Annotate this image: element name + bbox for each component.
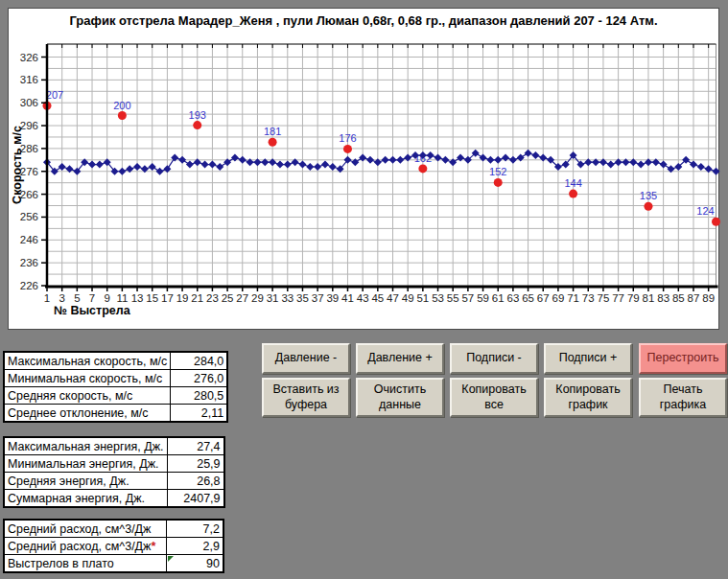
rebuild-button[interactable]: Перестроить bbox=[639, 343, 727, 374]
pressure-point-label: 176 bbox=[339, 132, 356, 144]
copy-chart-button[interactable]: Копировать график bbox=[544, 378, 632, 417]
svg-text:77: 77 bbox=[612, 292, 624, 304]
consumption-stats-table: Средний расход, см^3/Дж7,2Средний расход… bbox=[3, 519, 224, 573]
stat-value: 26,8 bbox=[167, 473, 224, 490]
table-row: Минимальная энергия, Дж.25,9 bbox=[4, 455, 224, 473]
pressure-minus-button[interactable]: Давление - bbox=[262, 343, 350, 374]
svg-text:19: 19 bbox=[176, 292, 189, 304]
stat-label: Максимальная скорость, м/с bbox=[4, 352, 171, 370]
svg-text:306: 306 bbox=[20, 97, 38, 108]
stat-label: Максимальная энергия, Дж. bbox=[4, 437, 167, 455]
svg-text:39: 39 bbox=[326, 292, 339, 304]
stat-label: Средний расход, см^3/Дж* bbox=[4, 538, 167, 555]
svg-text:81: 81 bbox=[643, 292, 655, 304]
pressure-point-label: 200 bbox=[113, 100, 130, 111]
svg-text:5: 5 bbox=[74, 292, 80, 304]
svg-text:17: 17 bbox=[161, 292, 174, 304]
stat-label: Минимальная энергия, Дж. bbox=[4, 455, 167, 473]
svg-text:87: 87 bbox=[688, 292, 700, 304]
energy-stats-table: Максимальная энергия, Дж.27,4Минимальная… bbox=[3, 436, 225, 508]
velocity-stats-table: Максимальная скорость, м/с284,0Минимальн… bbox=[3, 351, 228, 423]
cell-comment-marker bbox=[168, 556, 174, 562]
pressure-dot bbox=[118, 111, 127, 120]
svg-text:89: 89 bbox=[702, 292, 715, 304]
labels-minus-button[interactable]: Подписи - bbox=[450, 343, 538, 374]
svg-text:85: 85 bbox=[672, 292, 685, 304]
table-row: Минимальная скорость, м/с276,0 bbox=[4, 370, 227, 387]
table-row: Среднее отклонение, м/с2,11 bbox=[4, 405, 227, 423]
print-chart-button[interactable]: Печать графика bbox=[639, 378, 727, 417]
svg-text:55: 55 bbox=[447, 292, 459, 304]
stat-value: 90 bbox=[167, 555, 224, 573]
stat-label: Суммарная энергия, Дж. bbox=[4, 490, 167, 508]
stat-label: Выстрелов в плато bbox=[4, 555, 167, 573]
pressure-labels: 207200193181176162152144135124 bbox=[46, 89, 715, 217]
stat-label: Средний расход, см^3/Дж bbox=[4, 520, 167, 538]
pressure-dot bbox=[712, 218, 720, 226]
svg-text:326: 326 bbox=[20, 52, 38, 63]
copy-all-button[interactable]: Копировать все bbox=[450, 378, 538, 417]
svg-text:316: 316 bbox=[20, 74, 38, 85]
red-asterisk: * bbox=[151, 540, 155, 553]
x-axis-tick-labels: 1357911131517192123252729313335373941434… bbox=[44, 292, 715, 304]
svg-text:41: 41 bbox=[341, 292, 354, 304]
table-row: Средний расход, см^3/Дж7,2 bbox=[4, 520, 223, 538]
clear-data-button[interactable]: Очистить данные bbox=[356, 378, 444, 417]
table-row: Выстрелов в плато90 bbox=[4, 555, 223, 573]
svg-text:11: 11 bbox=[116, 292, 128, 304]
svg-text:33: 33 bbox=[281, 292, 294, 304]
svg-text:29: 29 bbox=[251, 292, 264, 304]
pressure-point-label: 152 bbox=[489, 166, 506, 177]
svg-text:65: 65 bbox=[522, 292, 534, 304]
table-row: Максимальная энергия, Дж.27,4 bbox=[4, 437, 224, 455]
svg-text:83: 83 bbox=[657, 292, 669, 304]
labels-plus-button[interactable]: Подписи + bbox=[544, 343, 632, 374]
top-border bbox=[47, 44, 716, 48]
svg-text:226: 226 bbox=[20, 280, 38, 291]
stat-value: 25,9 bbox=[167, 455, 224, 473]
svg-text:79: 79 bbox=[627, 292, 640, 304]
pressure-point-label: 135 bbox=[640, 190, 657, 201]
velocity-pressure-chart: 2072001931811761621521441351243263163062… bbox=[9, 9, 720, 331]
svg-text:35: 35 bbox=[296, 292, 309, 304]
svg-text:25: 25 bbox=[222, 292, 234, 304]
gridlines bbox=[47, 44, 716, 286]
table-row: Средний расход, см^3/Дж*2,9 bbox=[4, 538, 223, 555]
svg-text:236: 236 bbox=[20, 257, 38, 268]
stat-value: 2,11 bbox=[171, 405, 228, 423]
stat-label: Минимальная скорость, м/с bbox=[4, 370, 171, 387]
chart-panel: График отстрела Марадер_Женя , пули Люма… bbox=[8, 8, 719, 330]
svg-text:71: 71 bbox=[567, 292, 579, 304]
svg-text:21: 21 bbox=[191, 292, 203, 304]
stat-value: 2,9 bbox=[167, 538, 224, 555]
x-axis-title: № Выстрела bbox=[54, 304, 131, 317]
pressure-plus-button[interactable]: Давление + bbox=[356, 343, 444, 374]
pressure-point-label: 207 bbox=[46, 89, 63, 101]
stat-value: 276,0 bbox=[171, 370, 228, 387]
pressure-point-label: 124 bbox=[696, 205, 714, 217]
svg-text:31: 31 bbox=[267, 292, 279, 304]
pressure-dot bbox=[418, 164, 427, 173]
y-axis-title: Скорость м/с bbox=[11, 126, 24, 204]
paste-from-clipboard-button[interactable]: Вставить из буфера bbox=[262, 378, 350, 417]
svg-text:59: 59 bbox=[477, 292, 489, 304]
stat-label: Средняя скорость, м/с bbox=[4, 387, 171, 405]
svg-text:1: 1 bbox=[44, 292, 50, 304]
app-window: График отстрела Марадер_Женя , пули Люма… bbox=[0, 0, 728, 579]
pressure-dot bbox=[343, 145, 352, 153]
svg-text:57: 57 bbox=[461, 292, 474, 304]
pressure-dot bbox=[494, 178, 503, 187]
pressure-point-label: 193 bbox=[189, 109, 206, 121]
table-row: Суммарная энергия, Дж.2407,9 bbox=[4, 490, 224, 508]
svg-text:15: 15 bbox=[146, 292, 158, 304]
stat-value: 284,0 bbox=[171, 352, 228, 370]
svg-text:73: 73 bbox=[582, 292, 595, 304]
svg-text:47: 47 bbox=[387, 292, 399, 304]
pressure-dot bbox=[644, 202, 652, 211]
svg-text:43: 43 bbox=[357, 292, 369, 304]
svg-text:67: 67 bbox=[537, 292, 550, 304]
svg-text:53: 53 bbox=[432, 292, 444, 304]
svg-text:69: 69 bbox=[552, 292, 565, 304]
svg-text:3: 3 bbox=[59, 292, 64, 304]
svg-text:256: 256 bbox=[20, 211, 38, 222]
